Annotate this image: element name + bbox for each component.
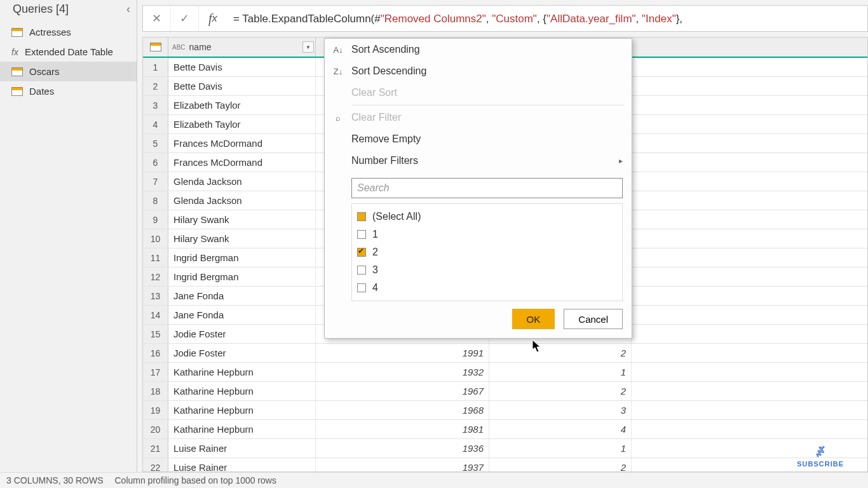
- checkbox-icon[interactable]: [357, 266, 366, 274]
- cell-index[interactable]: 2: [489, 382, 632, 400]
- cell-name[interactable]: Katharine Hepburn: [168, 420, 316, 438]
- cell-name[interactable]: Jane Fonda: [168, 287, 316, 305]
- clear-filter-item: ⌕ Clear Filter: [325, 107, 632, 128]
- remove-empty-item[interactable]: Remove Empty: [325, 128, 632, 150]
- filter-value-label: 3: [372, 264, 378, 276]
- fx-icon[interactable]: fx: [199, 11, 227, 26]
- row-number: 17: [143, 363, 168, 381]
- ok-button[interactable]: OK: [512, 309, 555, 329]
- cell-name[interactable]: Katharine Hepburn: [168, 401, 316, 419]
- row-number: 8: [143, 191, 168, 210]
- cell-name[interactable]: Luise Rainer: [168, 458, 316, 472]
- sort-descending-item[interactable]: Z↓ Sort Descending: [325, 60, 632, 82]
- cell-name[interactable]: Jane Fonda: [168, 306, 316, 324]
- query-item-oscars[interactable]: Oscars: [0, 62, 137, 81]
- query-label: Actresses: [29, 27, 71, 37]
- clear-filter-icon: ⌕: [331, 113, 345, 123]
- filter-value-label: (Select All): [372, 211, 421, 222]
- row-number: 3: [143, 96, 168, 114]
- cancel-button[interactable]: Cancel: [564, 309, 623, 329]
- query-item-actresses[interactable]: Actresses: [0, 22, 137, 42]
- accept-formula-button[interactable]: ✓: [171, 6, 199, 31]
- cell-year[interactable]: 1932: [316, 363, 489, 381]
- filter-value-1[interactable]: 1: [357, 226, 617, 243]
- cell-name[interactable]: Jodie Foster: [168, 344, 316, 362]
- table-row[interactable]: 20Katharine Hepburn19814: [143, 420, 867, 439]
- cell-name[interactable]: Ingrid Bergman: [168, 268, 316, 286]
- cell-year[interactable]: 1967: [316, 382, 489, 400]
- table-row[interactable]: 16Jodie Foster19912: [143, 344, 867, 363]
- cell-index[interactable]: 4: [489, 420, 632, 438]
- collapse-panel-icon[interactable]: ‹: [126, 3, 130, 16]
- cell-index[interactable]: 3: [489, 401, 632, 419]
- cell-name[interactable]: Glenda Jackson: [168, 191, 316, 210]
- select-all-corner[interactable]: [143, 37, 168, 57]
- checkbox-icon[interactable]: [357, 212, 366, 221]
- formula-input[interactable]: = Table.ExpandTableColumn(#"Removed Colu…: [227, 12, 867, 25]
- cell-name[interactable]: Hilary Swank: [168, 210, 316, 229]
- checkbox-icon[interactable]: [357, 283, 366, 292]
- cell-index[interactable]: 1: [489, 439, 632, 458]
- status-columns-rows: 3 COLUMNS, 30 ROWS: [6, 475, 103, 485]
- row-number: 10: [143, 229, 168, 248]
- table-row[interactable]: 22Luise Rainer19372: [143, 458, 867, 472]
- row-number: 11: [143, 248, 168, 267]
- cell-name[interactable]: Elizabeth Taylor: [168, 96, 316, 114]
- cell-name[interactable]: Frances McDormand: [168, 153, 316, 172]
- clear-sort-item: Clear Sort: [325, 82, 632, 104]
- row-number: 18: [143, 382, 168, 400]
- cell-index[interactable]: 2: [489, 458, 632, 472]
- query-item-dates[interactable]: Dates: [0, 81, 137, 101]
- column-header-name[interactable]: ABC name ▼: [168, 37, 316, 57]
- table-row[interactable]: 19Katharine Hepburn19683: [143, 401, 867, 420]
- query-label: Oscars: [29, 66, 60, 77]
- cell-name[interactable]: Ingrid Bergman: [168, 248, 316, 267]
- cell-year[interactable]: 1936: [316, 439, 489, 458]
- column-filter-dropdown[interactable]: ▼: [302, 41, 314, 53]
- checkbox-icon[interactable]: [357, 248, 366, 257]
- filter-search-input[interactable]: Search: [351, 178, 623, 198]
- cell-year[interactable]: 1991: [316, 344, 489, 362]
- cell-year[interactable]: 1968: [316, 401, 489, 419]
- row-number: 12: [143, 268, 168, 286]
- cell-year[interactable]: 1937: [316, 458, 489, 472]
- cell-name[interactable]: Hilary Swank: [168, 229, 316, 248]
- cell-name[interactable]: Katharine Hepburn: [168, 363, 316, 381]
- row-number: 15: [143, 325, 168, 343]
- table-row[interactable]: 17Katharine Hepburn19321: [143, 363, 867, 382]
- filter-value-3[interactable]: 3: [357, 261, 617, 279]
- row-number: 21: [143, 439, 168, 458]
- cell-name[interactable]: Bette Davis: [168, 77, 316, 95]
- cell-name[interactable]: Frances McDormand: [168, 134, 316, 152]
- checkbox-icon[interactable]: [357, 230, 366, 239]
- cell-name[interactable]: Elizabeth Taylor: [168, 115, 316, 133]
- cell-name[interactable]: Katharine Hepburn: [168, 382, 316, 400]
- filter-popup: A↓ Sort Ascending Z↓ Sort Descending Cle…: [324, 38, 632, 339]
- cancel-formula-button[interactable]: ✕: [143, 6, 171, 31]
- cell-name[interactable]: Jodie Foster: [168, 325, 316, 343]
- filter-value-2[interactable]: 2: [357, 243, 617, 261]
- query-item-extended-date-table[interactable]: fxExtended Date Table: [0, 42, 137, 62]
- row-number: 9: [143, 210, 168, 229]
- cell-name[interactable]: Bette Davis: [168, 58, 316, 76]
- status-bar: 3 COLUMNS, 30 ROWS Column profiling base…: [0, 472, 868, 488]
- filter-value-4[interactable]: 4: [357, 279, 617, 297]
- cell-index[interactable]: 1: [489, 363, 632, 381]
- table-row[interactable]: 21Luise Rainer19361: [143, 439, 867, 458]
- number-filters-item[interactable]: Number Filters: [325, 150, 632, 172]
- sort-ascending-item[interactable]: A↓ Sort Ascending: [325, 39, 632, 60]
- table-row[interactable]: 18Katharine Hepburn19672: [143, 382, 867, 401]
- row-number: 5: [143, 134, 168, 152]
- filter-value-label: 4: [372, 282, 378, 294]
- filter-value-selectall[interactable]: (Select All): [357, 208, 617, 226]
- query-label: Extended Date Table: [25, 46, 113, 57]
- cell-year[interactable]: 1981: [316, 420, 489, 438]
- cell-index[interactable]: 2: [489, 344, 632, 362]
- cell-name[interactable]: Glenda Jackson: [168, 172, 316, 191]
- cell-name[interactable]: Luise Rainer: [168, 439, 316, 458]
- table-icon: [11, 28, 23, 37]
- sort-desc-icon: Z↓: [331, 67, 345, 76]
- filter-value-label: 2: [372, 247, 378, 258]
- subscribe-badge[interactable]: ⚕ SUBSCRIBE: [797, 444, 844, 468]
- row-number: 16: [143, 344, 168, 362]
